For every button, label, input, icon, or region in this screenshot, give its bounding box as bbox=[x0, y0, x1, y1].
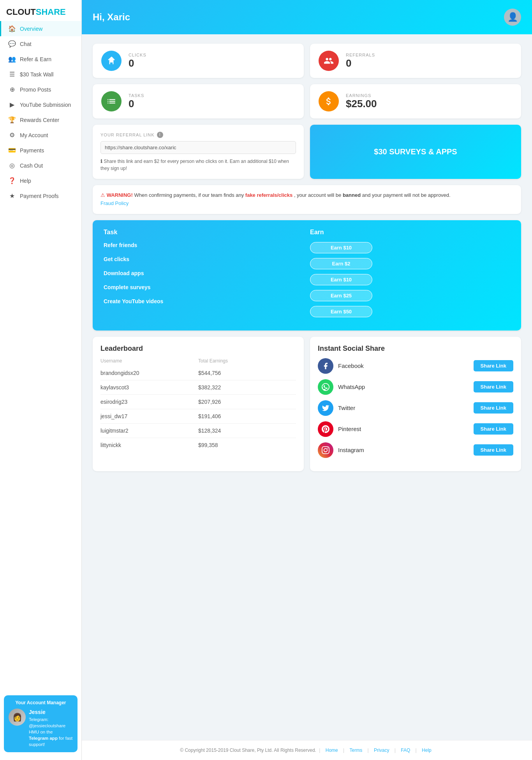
am-name: Jessie bbox=[29, 709, 73, 716]
referral-surveys-row: YOUR REFERRAL LINK i ℹ Share this link a… bbox=[93, 125, 521, 179]
stat-card-referrals: REFERRALS 0 bbox=[310, 44, 521, 78]
table-row: esirodrig23 $207,926 bbox=[100, 395, 296, 409]
user-avatar[interactable]: 👤 bbox=[504, 9, 521, 26]
rewards-icon: 🏆 bbox=[8, 116, 16, 124]
footer-link-help[interactable]: Help bbox=[422, 748, 432, 753]
facebook-icon bbox=[318, 358, 333, 374]
logo-clout: CLOUT bbox=[6, 7, 36, 17]
warning-highlight: fake referrals/clicks bbox=[245, 192, 292, 198]
stat-card-tasks: TASKS 0 bbox=[93, 84, 304, 118]
referral-label: YOUR REFERRAL LINK i bbox=[100, 132, 296, 138]
fraud-policy-link[interactable]: Fraud Policy bbox=[100, 200, 129, 206]
surveys-card[interactable]: $30 SURVEYS & APPS bbox=[310, 125, 521, 179]
table-row: kaylavscot3 $382,322 bbox=[100, 380, 296, 395]
task-item-youtube[interactable]: Create YouTube videos bbox=[104, 298, 304, 304]
account-icon: ⚙ bbox=[8, 131, 16, 139]
footer-link-terms[interactable]: Terms bbox=[350, 748, 363, 753]
sidebar-item-refer[interactable]: 👥 Refer & Earn bbox=[0, 51, 81, 67]
page-content: CLICKS 0 REFERRALS 0 T bbox=[82, 34, 532, 740]
pinterest-share-btn[interactable]: Share Link bbox=[474, 423, 513, 435]
sidebar: CLOUTSHARE 🏠 Overview 💬 Chat 👥 Refer & E… bbox=[0, 0, 82, 760]
tasks-label: TASKS bbox=[129, 93, 295, 98]
task-item-clicks[interactable]: Get clicks bbox=[104, 256, 304, 262]
nav-label-help: Help bbox=[20, 178, 31, 184]
sidebar-item-account[interactable]: ⚙ My Account bbox=[0, 127, 81, 143]
info-icon[interactable]: i bbox=[157, 132, 163, 138]
task-item-surveys[interactable]: Complete surveys bbox=[104, 284, 304, 290]
earnings-info: EARNINGS $25.00 bbox=[346, 93, 513, 110]
sidebar-item-chat[interactable]: 💬 Chat bbox=[0, 36, 81, 51]
bottom-row: Leaderboard Username Total Earnings bran… bbox=[93, 337, 521, 471]
earn-btn-4[interactable]: Earn $50 bbox=[310, 306, 372, 317]
earnings-value: $25.00 bbox=[346, 98, 513, 110]
nav-label-refer: Refer & Earn bbox=[20, 56, 51, 62]
info-icon-small: ℹ bbox=[100, 159, 102, 164]
nav-label-youtube: YouTube Submission bbox=[20, 102, 71, 108]
earn-btn-1[interactable]: Earn $2 bbox=[310, 258, 372, 269]
sidebar-item-taskwall[interactable]: ☰ $30 Task Wall bbox=[0, 67, 81, 82]
facebook-share-btn[interactable]: Share Link bbox=[474, 360, 513, 371]
lb-amount-0: $544,756 bbox=[198, 370, 296, 376]
whatsapp-share-btn[interactable]: Share Link bbox=[474, 381, 513, 392]
sidebar-item-help[interactable]: ❓ Help bbox=[0, 173, 81, 188]
earn-btn-3[interactable]: Earn $25 bbox=[310, 290, 372, 301]
footer-link-faq[interactable]: FAQ bbox=[401, 748, 410, 753]
nav-label-cashout: Cash Out bbox=[20, 163, 43, 169]
top-header: Hi, Xaric 👤 bbox=[82, 0, 532, 34]
warning-icon: ⚠ bbox=[100, 192, 105, 198]
promo-icon: ⊕ bbox=[8, 86, 16, 93]
table-row: brandongidsx20 $544,756 bbox=[100, 366, 296, 380]
sidebar-item-cashout[interactable]: ◎ Cash Out bbox=[0, 158, 81, 173]
social-share-title: Instant Social Share bbox=[318, 345, 513, 353]
lb-username-0: brandongidsx20 bbox=[100, 370, 198, 376]
clicks-icon bbox=[101, 51, 122, 71]
pinterest-icon bbox=[318, 421, 333, 437]
referral-link-input[interactable] bbox=[100, 141, 296, 154]
help-icon: ❓ bbox=[8, 177, 16, 184]
taskwall-icon: ☰ bbox=[8, 71, 16, 78]
referrals-label: REFERRALS bbox=[346, 53, 513, 57]
am-title: Your Account Manager bbox=[9, 700, 73, 705]
tasks-icon bbox=[101, 91, 122, 111]
warning-banned: banned bbox=[343, 192, 361, 198]
sidebar-item-overview[interactable]: 🏠 Overview bbox=[0, 21, 81, 36]
youtube-icon: ▶ bbox=[8, 101, 16, 108]
referral-card: YOUR REFERRAL LINK i ℹ Share this link a… bbox=[93, 125, 304, 179]
sidebar-item-youtube[interactable]: ▶ YouTube Submission bbox=[0, 97, 81, 112]
earn-btn-2[interactable]: Earn $10 bbox=[310, 274, 372, 285]
warning-text3: and your payment will not be approved. bbox=[362, 192, 451, 198]
account-manager-widget: Your Account Manager 👩 Jessie Telegram: … bbox=[4, 695, 78, 752]
lb-username-2: esirodrig23 bbox=[100, 399, 198, 405]
lb-username-4: luigitmstar2 bbox=[100, 428, 198, 434]
table-row: jessi_dw17 $191,406 bbox=[100, 409, 296, 424]
earn-column: Earn Earn $10 Earn $2 Earn $10 Earn $25 … bbox=[310, 229, 510, 322]
sidebar-item-promo[interactable]: ⊕ Promo Posts bbox=[0, 82, 81, 97]
warning-prefix: WARNING! bbox=[107, 192, 133, 198]
task-item-refer[interactable]: Refer friends bbox=[104, 242, 304, 248]
warning-card: ⚠ WARNING! When confirming payments, if … bbox=[93, 185, 521, 214]
clicks-value: 0 bbox=[129, 57, 295, 69]
instagram-share-btn[interactable]: Share Link bbox=[474, 444, 513, 456]
referrals-info: REFERRALS 0 bbox=[346, 53, 513, 69]
earn-btn-0[interactable]: Earn $10 bbox=[310, 242, 372, 253]
lb-amount-1: $382,322 bbox=[198, 384, 296, 391]
footer-link-home[interactable]: Home bbox=[326, 748, 338, 753]
clicks-info: CLICKS 0 bbox=[129, 53, 295, 69]
proofs-icon: ★ bbox=[8, 192, 16, 200]
cashout-icon: ◎ bbox=[8, 162, 16, 169]
sidebar-item-payment-proofs[interactable]: ★ Payment Proofs bbox=[0, 188, 81, 203]
sidebar-item-payments[interactable]: 💳 Payments bbox=[0, 143, 81, 158]
main-content: Hi, Xaric 👤 CLICKS 0 REFERRALS bbox=[82, 0, 532, 760]
task-item-apps[interactable]: Download apps bbox=[104, 270, 304, 276]
sidebar-item-rewards[interactable]: 🏆 Rewards Center bbox=[0, 112, 81, 127]
social-row-instagram: Instagram Share Link bbox=[318, 442, 513, 458]
twitter-icon bbox=[318, 400, 333, 416]
lb-amount-5: $99,358 bbox=[198, 442, 296, 448]
tasks-info: TASKS 0 bbox=[129, 93, 295, 110]
nav-label-chat: Chat bbox=[20, 41, 32, 47]
header-greeting: Hi, Xaric bbox=[93, 12, 130, 23]
footer-link-privacy[interactable]: Privacy bbox=[374, 748, 389, 753]
stat-card-earnings: EARNINGS $25.00 bbox=[310, 84, 521, 118]
refer-icon: 👥 bbox=[8, 55, 16, 63]
twitter-share-btn[interactable]: Share Link bbox=[474, 402, 513, 414]
